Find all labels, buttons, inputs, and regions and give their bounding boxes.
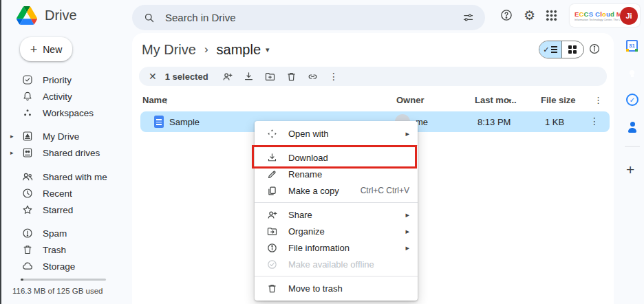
spam-icon (21, 226, 34, 240)
storage-progress-fill (21, 279, 23, 281)
link-icon[interactable] (302, 71, 323, 83)
menu-item-label: Make a copy (288, 186, 361, 196)
grid-view-icon (568, 45, 577, 54)
breadcrumb: My Drive › sample ▾ (142, 41, 270, 58)
copy-icon (266, 185, 278, 197)
download-icon[interactable] (238, 71, 259, 83)
menu-item-move-to-trash[interactable]: Move to trash (255, 280, 418, 296)
settings-gear-icon[interactable]: ⚙ (524, 9, 535, 22)
trash-icon (21, 243, 34, 257)
menu-item-file-information[interactable]: File information ▸ (255, 239, 418, 256)
offline-check-icon (266, 259, 278, 270)
sidebar-item-label: Starred (43, 205, 73, 215)
menu-item-label: Rename (288, 169, 409, 180)
tasks-icon[interactable]: ✓ (626, 94, 638, 106)
sidebar-item-trash[interactable]: Trash (1, 241, 129, 258)
sort-arrow-icon[interactable]: ↑ (164, 95, 169, 106)
menu-item-label: Make available offline (288, 259, 409, 270)
breadcrumb-current-label: sample (217, 42, 261, 58)
drive-logo[interactable]: Drive (17, 6, 77, 25)
sidebar-item-activity[interactable]: Activity (1, 88, 129, 105)
grid-view-button[interactable] (562, 41, 584, 58)
menu-item-label: Open with (288, 129, 405, 139)
sidebar-item-recent[interactable]: Recent (1, 185, 129, 202)
get-addons-plus-icon[interactable]: + (626, 162, 634, 177)
trash-icon[interactable] (281, 71, 302, 83)
sidebar-item-label: Recent (43, 188, 72, 199)
file-size-value: 1 KB (545, 117, 564, 127)
list-view-button[interactable]: ✓ (539, 41, 562, 58)
submenu-arrow-icon: ▸ (405, 243, 409, 252)
expand-arrow-icon[interactable]: ▸ (10, 133, 14, 140)
close-icon[interactable]: ✕ (149, 71, 157, 82)
breadcrumb-current-folder[interactable]: sample ▾ (217, 42, 270, 58)
sidebar-item-label: Trash (43, 245, 66, 255)
menu-item-make-a-copy[interactable]: Make a copy Ctrl+C Ctrl+V (255, 182, 418, 199)
workspaces-dots-icon (21, 106, 34, 120)
google-doc-icon (154, 116, 164, 128)
view-toggle: ✓ (539, 41, 584, 58)
sidebar-item-my-drive[interactable]: ▸ My Drive (1, 128, 129, 144)
rail-divider (625, 146, 640, 146)
table-header: Name ↑ Owner Last mo... ▼ File size ⋮ (132, 95, 614, 109)
column-size[interactable]: File size (541, 95, 576, 105)
tune-icon[interactable] (462, 12, 474, 23)
search-bar[interactable] (132, 5, 485, 30)
new-button-label: New (43, 44, 62, 55)
calendar-icon[interactable]: 31 (626, 40, 638, 52)
menu-item-organize[interactable]: Organize ▸ (255, 223, 418, 239)
menu-item-open-with[interactable]: Open with ▸ (255, 125, 418, 142)
sidebar-item-starred[interactable]: Starred (1, 202, 129, 218)
sidebar-group-drives: ▸ My Drive ▸ Shared drives (1, 128, 129, 161)
sidebar-group-shared: Shared with me Recent Starred (1, 169, 129, 218)
column-owner[interactable]: Owner (396, 95, 424, 105)
more-vertical-icon[interactable]: ⋮ (594, 95, 603, 105)
row-more-vertical-icon[interactable]: ⋮ (590, 116, 599, 127)
info-icon[interactable] (588, 43, 601, 55)
apps-grid-icon[interactable] (546, 10, 557, 21)
breadcrumb-separator-icon: › (204, 43, 208, 56)
menu-divider (255, 276, 418, 276)
drive-logo-icon (17, 6, 37, 25)
submenu-arrow-icon: ▸ (405, 227, 409, 236)
menu-item-label: Share (288, 210, 405, 220)
sidebar-item-label: Activity (43, 91, 72, 102)
sidebar-item-storage[interactable]: Storage (1, 258, 129, 274)
sidebar-item-shared-with-me[interactable]: Shared with me (1, 169, 129, 185)
account-tagline: Information Technology Center, The Unive… (575, 18, 620, 21)
account-badge[interactable]: ECCS Cloud Mail Information Technology C… (570, 4, 640, 27)
trash-icon (266, 283, 278, 294)
dropdown-caret-icon: ▾ (266, 45, 270, 54)
app-title: Drive (45, 8, 77, 23)
search-input[interactable] (164, 11, 453, 24)
google-drive-window: Drive ⚙ (0, 0, 644, 304)
user-avatar[interactable]: Ji (620, 7, 638, 25)
last-modified-value: 8:13 PM (477, 117, 511, 127)
sidebar-item-spam[interactable]: Spam (1, 225, 129, 241)
sidebar-item-label: Shared drives (43, 148, 100, 158)
menu-item-label: Move to trash (288, 283, 409, 294)
open-with-icon (266, 128, 278, 140)
new-button[interactable]: + New (20, 37, 72, 61)
download-highlight-annotation (252, 145, 417, 169)
add-to-folder-icon[interactable] (259, 71, 281, 83)
plus-icon: + (30, 43, 38, 56)
help-icon[interactable] (500, 8, 513, 22)
header-actions: ⚙ (500, 8, 557, 22)
sidebar-item-priority[interactable]: Priority (1, 72, 129, 88)
sidebar-item-label: Priority (43, 75, 72, 85)
person-add-icon[interactable] (217, 71, 238, 83)
sidebar-group-storage: Spam Trash Storage (1, 225, 129, 274)
sidebar-item-shared-drives[interactable]: ▸ Shared drives (1, 144, 129, 161)
info-icon (266, 242, 278, 254)
people-icon (21, 170, 34, 184)
sort-caret-icon[interactable]: ▼ (507, 98, 513, 104)
sidebar-item-workspaces[interactable]: Workspaces (1, 105, 129, 121)
expand-arrow-icon[interactable]: ▸ (10, 149, 14, 156)
more-vertical-icon[interactable]: ⋮ (323, 71, 345, 82)
menu-item-share[interactable]: Share ▸ (255, 206, 418, 223)
menu-divider (255, 202, 418, 203)
submenu-arrow-icon: ▸ (405, 129, 409, 138)
list-view-icon (551, 49, 557, 50)
breadcrumb-my-drive[interactable]: My Drive (142, 42, 196, 58)
